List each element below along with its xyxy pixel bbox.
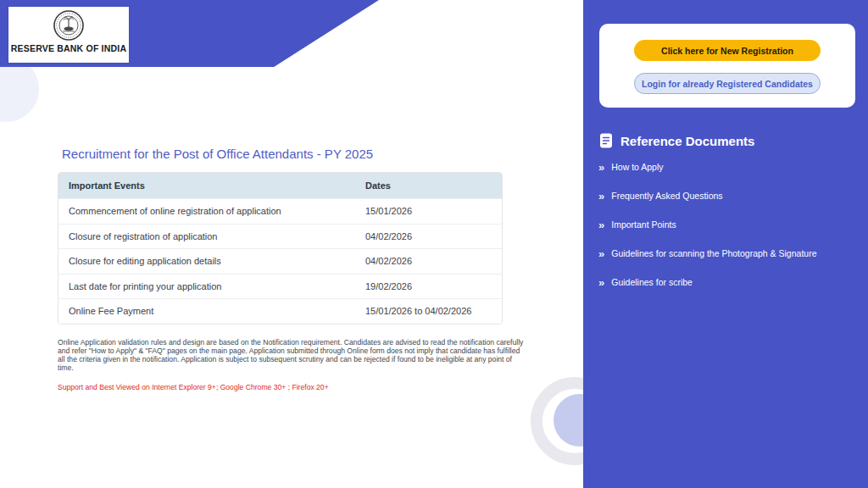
table-row: Closure for editing application details … — [58, 248, 502, 274]
table-row: Closure of registration of application 0… — [58, 224, 502, 249]
date-cell: 15/01/2026 — [365, 206, 492, 216]
event-cell: Last date for printing your application — [69, 281, 365, 291]
right-panel: Click here for New Registration Login fo… — [583, 0, 868, 488]
document-icon — [599, 133, 613, 148]
ref-link-label: Guidelines for scanning the Photograph &… — [611, 248, 816, 258]
date-cell: 19/02/2026 — [365, 281, 492, 291]
table-header-row: Important Events Dates — [58, 173, 502, 198]
date-cell: 04/02/2026 — [365, 231, 492, 241]
column-header-dates: Dates — [365, 180, 492, 191]
ref-link-label: How to Apply — [611, 162, 663, 172]
browser-support-note: Support and Best Viewed on Internet Expl… — [58, 383, 532, 391]
ref-link-label: Guidelines for scribe — [611, 277, 693, 287]
event-cell: Commencement of online registration of a… — [69, 206, 365, 216]
double-chevron-right-icon: » — [598, 248, 604, 259]
reference-documents-title: Reference Documents — [620, 134, 754, 148]
page-title: Recruitment for the Post of Office Atten… — [62, 147, 373, 161]
ref-link-label: Frequently Asked Questions — [611, 191, 722, 201]
ref-link-label: Important Points — [611, 219, 676, 230]
date-cell: 15/01/2026 to 04/02/2026 — [365, 306, 492, 316]
registration-card: Click here for New Registration Login fo… — [599, 24, 855, 108]
event-cell: Closure for editing application details — [69, 256, 365, 266]
login-button[interactable]: Login for already Registered Candidates — [634, 73, 821, 94]
ref-link-scribe-guidelines[interactable]: » Guidelines for scribe — [598, 276, 853, 288]
table-row: Online Fee Payment 15/01/2026 to 04/02/2… — [58, 298, 502, 324]
date-cell: 04/02/2026 — [365, 256, 492, 266]
event-cell: Online Fee Payment — [69, 306, 365, 316]
table-row: Commencement of online registration of a… — [58, 198, 502, 224]
page: RESERVE BANK OF INDIA Recruitment for th… — [0, 0, 868, 488]
double-chevron-right-icon: » — [598, 162, 604, 173]
new-registration-button[interactable]: Click here for New Registration — [634, 40, 821, 61]
disclaimer-text: Online Application validation rules and … — [58, 338, 524, 372]
reference-documents-heading: Reference Documents — [599, 133, 754, 148]
ref-link-scanning-guidelines[interactable]: » Guidelines for scanning the Photograph… — [598, 247, 853, 259]
column-header-events: Important Events — [69, 180, 365, 191]
reference-documents-list: » How to Apply » Frequently Asked Questi… — [598, 161, 853, 305]
ref-link-how-to-apply[interactable]: » How to Apply — [598, 161, 853, 173]
table-row: Last date for printing your application … — [58, 274, 502, 299]
double-chevron-right-icon: » — [598, 219, 604, 230]
main-content: Recruitment for the Post of Office Atten… — [0, 0, 583, 488]
event-cell: Closure of registration of application — [69, 231, 365, 241]
ref-link-important-points[interactable]: » Important Points — [598, 219, 853, 230]
important-events-table: Important Events Dates Commencement of o… — [58, 172, 503, 324]
double-chevron-right-icon: » — [598, 277, 604, 288]
double-chevron-right-icon: » — [598, 191, 604, 202]
ref-link-faq[interactable]: » Frequently Asked Questions — [598, 190, 853, 202]
